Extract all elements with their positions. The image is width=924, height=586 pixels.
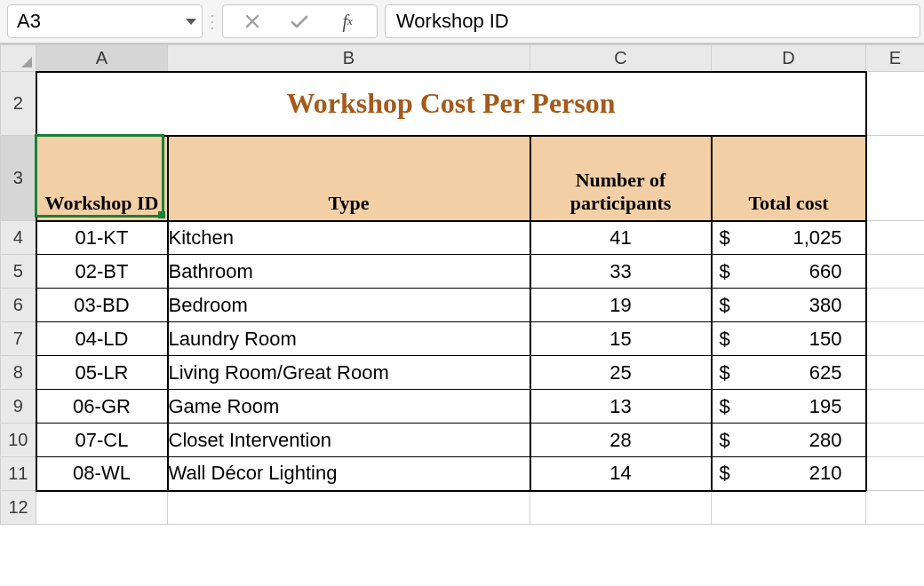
table-row: 1108-WLWall Décor Lighting14$210 (1, 457, 925, 491)
col-head-b[interactable]: B (168, 45, 530, 72)
cell-participants[interactable]: 14 (530, 457, 712, 491)
divider-icon: ⋮ (210, 4, 215, 38)
table-row: 805-LRLiving Room/Great Room25$625 (1, 356, 925, 390)
currency-symbol: $ (720, 294, 730, 317)
cell-participants[interactable]: 41 (530, 221, 712, 255)
currency-symbol: $ (720, 226, 730, 249)
cell-e3[interactable] (866, 136, 925, 221)
table-row: 502-BTBathroom33$660 (1, 255, 925, 289)
cell-id[interactable]: 05-LR (36, 356, 168, 390)
cell-cost[interactable]: $280 (712, 424, 866, 457)
cell-cost[interactable]: $150 (712, 322, 866, 356)
formula-bar-buttons: fx (222, 4, 378, 38)
row-3: 3 Workshop ID Type Number of participant… (1, 136, 925, 221)
cell-cost[interactable]: $195 (712, 390, 866, 424)
cell-blank[interactable] (866, 356, 925, 390)
name-box-value: A3 (17, 10, 41, 33)
cell-blank[interactable] (866, 289, 925, 322)
cell-id[interactable]: 01-KT (36, 221, 168, 255)
cell-id[interactable]: 06-GR (36, 390, 168, 424)
cell-d12[interactable] (712, 491, 866, 525)
cell-id[interactable]: 08-WL (36, 457, 168, 491)
table-row: 401-KTKitchen41$1,025 (1, 221, 925, 255)
cell-type[interactable]: Laundry Room (168, 322, 530, 356)
col-head-e[interactable]: E (866, 45, 925, 72)
cell-blank[interactable] (866, 390, 925, 424)
cell-blank[interactable] (866, 221, 925, 255)
cell-participants[interactable]: 25 (530, 356, 712, 390)
cell-type[interactable]: Kitchen (168, 221, 530, 255)
row-head-3[interactable]: 3 (1, 136, 36, 221)
row-head[interactable]: 8 (1, 356, 36, 390)
cell-blank[interactable] (866, 424, 925, 457)
currency-symbol: $ (720, 395, 730, 418)
cell-a12[interactable] (36, 491, 168, 525)
currency-symbol: $ (720, 361, 730, 384)
cell-type[interactable]: Bedroom (168, 289, 530, 322)
currency-symbol: $ (720, 462, 730, 485)
header-total-cost[interactable]: Total cost (712, 136, 866, 221)
table-row: 1007-CLCloset Intervention28$280 (1, 424, 925, 457)
table-row: 906-GRGame Room13$195 (1, 390, 925, 424)
cell-participants[interactable]: 28 (530, 424, 712, 457)
cell-participants[interactable]: 13 (530, 390, 712, 424)
title-cell[interactable]: Workshop Cost Per Person (36, 72, 866, 136)
col-head-c[interactable]: C (530, 45, 712, 72)
cell-type[interactable]: Bathroom (168, 255, 530, 289)
currency-symbol: $ (720, 328, 730, 351)
cell-type[interactable]: Wall Décor Lighting (168, 457, 530, 491)
cell-participants[interactable]: 15 (530, 322, 712, 356)
row-head[interactable]: 11 (1, 457, 36, 491)
table-row: 603-BDBedroom19$380 (1, 289, 925, 322)
cell-c12[interactable] (530, 491, 712, 525)
column-header-row: A B C D E (1, 45, 925, 72)
cancel-icon[interactable] (238, 8, 267, 35)
cell-b12[interactable] (168, 491, 530, 525)
cell-blank[interactable] (866, 457, 925, 491)
cell-id[interactable]: 03-BD (36, 289, 168, 322)
formula-input-value: Workshop ID (396, 10, 509, 33)
header-type[interactable]: Type (168, 136, 530, 221)
col-head-a[interactable]: A (36, 45, 168, 72)
cell-blank[interactable] (866, 255, 925, 289)
header-participants[interactable]: Number of participants (530, 136, 712, 221)
cell-blank[interactable] (866, 322, 925, 356)
cell-type[interactable]: Closet Intervention (168, 424, 530, 457)
cell-e12[interactable] (866, 491, 925, 525)
row-head[interactable]: 4 (1, 221, 36, 255)
header-workshop-id[interactable]: Workshop ID (36, 136, 168, 221)
cell-id[interactable]: 04-LD (36, 322, 168, 356)
spreadsheet-grid[interactable]: A B C D E 2 Workshop Cost Per Person 3 W… (0, 44, 924, 525)
row-head[interactable]: 5 (1, 255, 36, 289)
page-title: Workshop Cost Per Person (286, 87, 615, 119)
row-head-12[interactable]: 12 (1, 491, 36, 525)
currency-symbol: $ (720, 260, 730, 283)
cell-type[interactable]: Game Room (168, 390, 530, 424)
currency-symbol: $ (720, 429, 730, 452)
fx-icon[interactable]: fx (333, 8, 362, 35)
cell-cost[interactable]: $1,025 (712, 221, 866, 255)
cell-participants[interactable]: 33 (530, 255, 712, 289)
cell-participants[interactable]: 19 (530, 289, 712, 322)
cell-cost[interactable]: $380 (712, 289, 866, 322)
name-box[interactable]: A3 (7, 4, 203, 38)
cell-type[interactable]: Living Room/Great Room (168, 356, 530, 390)
table-row: 704-LDLaundry Room15$150 (1, 322, 925, 356)
cell-cost[interactable]: $210 (712, 457, 866, 491)
row-head[interactable]: 7 (1, 322, 36, 356)
cell-e2[interactable] (866, 72, 925, 136)
col-head-d[interactable]: D (712, 45, 866, 72)
row-head[interactable]: 6 (1, 289, 36, 322)
enter-icon[interactable] (285, 8, 314, 35)
cell-id[interactable]: 07-CL (36, 424, 168, 457)
select-all-corner[interactable] (1, 45, 36, 72)
formula-input[interactable]: Workshop ID (385, 4, 920, 38)
cell-cost[interactable]: $625 (712, 356, 866, 390)
row-head-2[interactable]: 2 (1, 72, 36, 136)
row-head[interactable]: 10 (1, 424, 36, 457)
cell-cost[interactable]: $660 (712, 255, 866, 289)
formula-bar: A3 ⋮ fx Workshop ID (0, 0, 924, 44)
cell-id[interactable]: 02-BT (36, 255, 168, 289)
row-head[interactable]: 9 (1, 390, 36, 424)
chevron-down-icon[interactable] (186, 19, 196, 25)
